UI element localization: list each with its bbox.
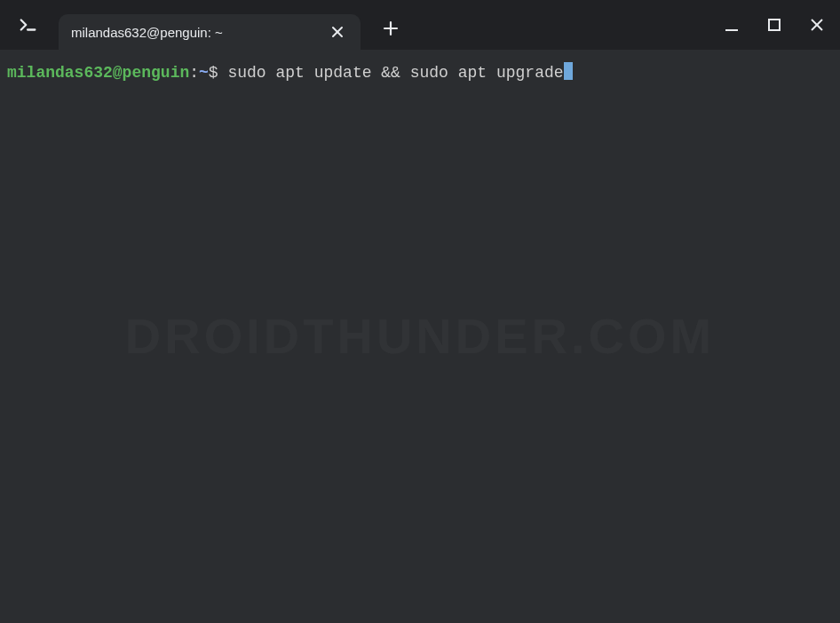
minimize-icon	[724, 17, 740, 33]
new-tab-button[interactable]	[375, 12, 407, 44]
app-icon	[12, 9, 44, 41]
command-text: sudo apt update && sudo apt upgrade	[227, 62, 563, 84]
prompt-symbol: $	[209, 62, 228, 84]
watermark: DROIDTHUNDER.COM	[125, 302, 715, 371]
maximize-button[interactable]	[764, 14, 785, 35]
close-window-button[interactable]	[806, 14, 828, 35]
terminal-body[interactable]: milandas632@penguin:~$ sudo apt update &…	[0, 50, 840, 623]
close-icon	[810, 18, 824, 32]
plus-icon	[383, 20, 399, 36]
tab-title: milandas632@penguin: ~	[71, 25, 327, 40]
terminal-tab[interactable]: milandas632@penguin: ~	[59, 14, 361, 50]
title-bar: milandas632@penguin: ~	[0, 0, 840, 50]
svg-rect-6	[769, 20, 780, 30]
terminal-cursor	[564, 62, 573, 80]
window-controls	[721, 0, 828, 50]
prompt-user-host: milandas632@penguin	[7, 62, 189, 84]
minimize-button[interactable]	[721, 14, 742, 35]
prompt-separator: :	[189, 62, 199, 84]
prompt-path: ~	[199, 62, 209, 84]
terminal-line: milandas632@penguin:~$ sudo apt update &…	[7, 62, 833, 84]
tab-close-button[interactable]	[327, 21, 348, 43]
close-icon	[331, 26, 344, 38]
maximize-icon	[767, 18, 781, 32]
terminal-prompt-icon	[19, 15, 38, 35]
